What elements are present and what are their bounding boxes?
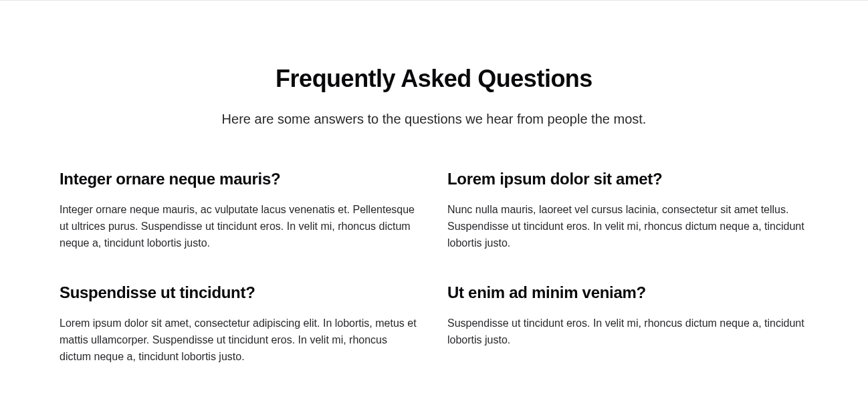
page-subtitle: Here are some answers to the questions w… (60, 112, 808, 127)
faq-question: Lorem ipsum dolor sit amet? (447, 170, 808, 188)
faq-section: Frequently Asked Questions Here are some… (46, 1, 822, 392)
faq-item: Lorem ipsum dolor sit amet? Nunc nulla m… (447, 170, 808, 251)
faq-grid: Integer ornare neque mauris? Integer orn… (60, 170, 808, 366)
faq-answer: Nunc nulla mauris, laoreet vel cursus la… (447, 202, 808, 251)
faq-header: Frequently Asked Questions Here are some… (60, 65, 808, 127)
faq-item: Integer ornare neque mauris? Integer orn… (60, 170, 421, 251)
faq-question: Ut enim ad minim veniam? (447, 283, 808, 302)
faq-question: Suspendisse ut tincidunt? (60, 283, 421, 302)
faq-answer: Suspendisse ut tincidunt eros. In velit … (447, 315, 808, 349)
faq-item: Ut enim ad minim veniam? Suspendisse ut … (447, 283, 808, 365)
faq-answer: Lorem ipsum dolor sit amet, consectetur … (60, 315, 421, 365)
faq-answer: Integer ornare neque mauris, ac vulputat… (60, 202, 421, 251)
faq-question: Integer ornare neque mauris? (60, 170, 421, 188)
page-title: Frequently Asked Questions (60, 65, 808, 93)
faq-item: Suspendisse ut tincidunt? Lorem ipsum do… (60, 283, 421, 365)
